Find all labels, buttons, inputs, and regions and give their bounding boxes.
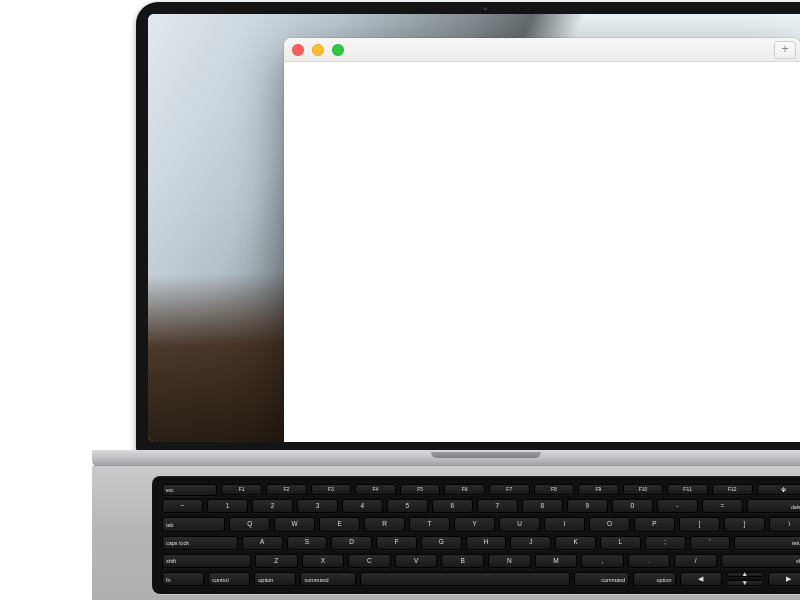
key-i[interactable]: I: [544, 517, 585, 531]
laptop-display: +: [148, 14, 800, 442]
key-esc[interactable]: esc: [162, 484, 217, 496]
key-rbracket[interactable]: ]: [724, 517, 765, 531]
key-slash[interactable]: /: [674, 554, 717, 568]
key-f1[interactable]: F1: [221, 484, 262, 495]
window-content: [284, 62, 800, 442]
key-capslock[interactable]: caps lock: [162, 536, 238, 550]
key-b[interactable]: B: [441, 554, 484, 568]
keyboard-row-5: fn control option command command option…: [162, 572, 800, 586]
key-shift-left[interactable]: shift: [162, 554, 251, 568]
key-arrow-updown: ▲ ▼: [726, 572, 764, 586]
key-t[interactable]: T: [409, 517, 450, 531]
key-f10[interactable]: F10: [623, 484, 664, 495]
key-fn[interactable]: fn: [162, 572, 204, 586]
key-1[interactable]: 1: [207, 499, 248, 513]
key-minus[interactable]: -: [657, 499, 698, 513]
key-c[interactable]: C: [348, 554, 391, 568]
window-controls: [292, 44, 344, 56]
keyboard-row-1: ~ 1 2 3 4 5 6 7 8 9 0 - = delete: [162, 499, 800, 513]
key-n[interactable]: N: [488, 554, 531, 568]
key-tab[interactable]: tab: [162, 517, 225, 531]
key-f[interactable]: F: [376, 536, 417, 550]
key-f12[interactable]: F12: [712, 484, 753, 495]
key-arrow-up[interactable]: ▲: [726, 572, 764, 578]
key-grave[interactable]: ~: [162, 499, 203, 513]
close-button[interactable]: [292, 44, 304, 56]
new-tab-button[interactable]: +: [774, 41, 796, 59]
key-command-left[interactable]: command: [300, 572, 356, 586]
key-f2[interactable]: F2: [266, 484, 307, 495]
laptop-mockup: + esc F1 F2 F3 F4 F5 F6 F7 F8 F9 F10 F11…: [136, 0, 800, 600]
key-return[interactable]: return: [734, 536, 800, 550]
key-8[interactable]: 8: [522, 499, 563, 513]
key-f5[interactable]: F5: [400, 484, 441, 495]
key-x[interactable]: X: [302, 554, 345, 568]
key-m[interactable]: M: [535, 554, 578, 568]
key-arrow-right[interactable]: ▶: [768, 572, 800, 586]
key-q[interactable]: Q: [229, 517, 270, 531]
keyboard: esc F1 F2 F3 F4 F5 F6 F7 F8 F9 F10 F11 F…: [152, 476, 800, 594]
key-o[interactable]: O: [589, 517, 630, 531]
key-f6[interactable]: F6: [444, 484, 485, 495]
key-6[interactable]: 6: [432, 499, 473, 513]
laptop-screen-frame: +: [136, 2, 800, 454]
key-a[interactable]: A: [242, 536, 283, 550]
keyboard-row-3: caps lock A S D F G H J K L ; ' return: [162, 536, 800, 550]
key-k[interactable]: K: [555, 536, 596, 550]
key-z[interactable]: Z: [255, 554, 298, 568]
key-semicolon[interactable]: ;: [645, 536, 686, 550]
key-delete[interactable]: delete: [747, 499, 800, 513]
key-s[interactable]: S: [287, 536, 328, 550]
key-power[interactable]: ⏻: [757, 484, 800, 495]
key-control[interactable]: control: [208, 572, 250, 586]
key-e[interactable]: E: [319, 517, 360, 531]
key-space[interactable]: [360, 572, 570, 586]
key-f4[interactable]: F4: [355, 484, 396, 495]
key-f9[interactable]: F9: [578, 484, 619, 495]
key-3[interactable]: 3: [297, 499, 338, 513]
window-titlebar[interactable]: +: [284, 38, 800, 62]
key-quote[interactable]: ': [690, 536, 731, 550]
key-9[interactable]: 9: [567, 499, 608, 513]
minimize-button[interactable]: [312, 44, 324, 56]
key-arrow-left[interactable]: ◀: [680, 572, 722, 586]
key-option-left[interactable]: option: [254, 572, 296, 586]
key-f3[interactable]: F3: [311, 484, 352, 495]
key-r[interactable]: R: [364, 517, 405, 531]
key-u[interactable]: U: [499, 517, 540, 531]
maximize-button[interactable]: [332, 44, 344, 56]
key-4[interactable]: 4: [342, 499, 383, 513]
key-h[interactable]: H: [466, 536, 507, 550]
laptop-deck: esc F1 F2 F3 F4 F5 F6 F7 F8 F9 F10 F11 F…: [92, 466, 800, 600]
webcam-icon: [484, 7, 489, 12]
key-backslash[interactable]: \: [769, 517, 800, 531]
key-comma[interactable]: ,: [581, 554, 624, 568]
keyboard-row-4: shift Z X C V B N M , . / shift: [162, 554, 800, 568]
key-lbracket[interactable]: [: [679, 517, 720, 531]
key-shift-right[interactable]: shift: [721, 554, 800, 568]
key-arrow-down[interactable]: ▼: [726, 580, 764, 586]
key-f7[interactable]: F7: [489, 484, 530, 495]
key-l[interactable]: L: [600, 536, 641, 550]
key-option-right[interactable]: option: [633, 572, 675, 586]
key-5[interactable]: 5: [387, 499, 428, 513]
key-period[interactable]: .: [628, 554, 671, 568]
key-7[interactable]: 7: [477, 499, 518, 513]
key-2[interactable]: 2: [252, 499, 293, 513]
key-w[interactable]: W: [274, 517, 315, 531]
key-f8[interactable]: F8: [534, 484, 575, 495]
key-j[interactable]: J: [510, 536, 551, 550]
key-0[interactable]: 0: [612, 499, 653, 513]
key-g[interactable]: G: [421, 536, 462, 550]
key-command-right[interactable]: command: [574, 572, 630, 586]
key-equals[interactable]: =: [702, 499, 743, 513]
key-f11[interactable]: F11: [667, 484, 708, 495]
keyboard-row-fn: esc F1 F2 F3 F4 F5 F6 F7 F8 F9 F10 F11 F…: [162, 484, 800, 495]
key-v[interactable]: V: [395, 554, 438, 568]
keyboard-row-2: tab Q W E R T Y U I O P [ ] \: [162, 517, 800, 531]
key-d[interactable]: D: [331, 536, 372, 550]
key-y[interactable]: Y: [454, 517, 495, 531]
key-p[interactable]: P: [634, 517, 675, 531]
app-window: +: [284, 38, 800, 442]
